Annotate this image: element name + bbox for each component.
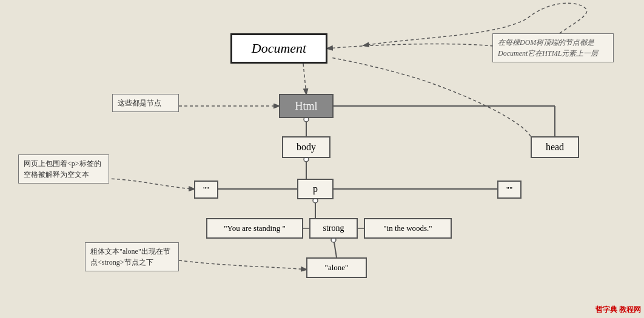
annotation-space: 网页上包围着<p>标签的空格被解释为空文本: [18, 154, 109, 184]
html-label: Html: [295, 100, 317, 113]
alone-node: "alone": [306, 257, 367, 278]
woods-label: "in the woods.": [383, 224, 432, 233]
annotation-nodes: 这些都是节点: [112, 94, 179, 112]
annotation-alone: 粗体文本"alone"出现在节点<strong>节点之下: [85, 242, 179, 271]
annotation-document-text: 在每棵DOM树顶端的节点都是Document它在HTML元素上一层: [498, 38, 598, 58]
quot1-node: "": [194, 181, 218, 199]
canvas: Document Html body head p "" "" "You are…: [0, 0, 644, 318]
p-label: p: [313, 184, 318, 194]
strong-label: strong: [323, 224, 344, 233]
quot2-label: "": [506, 185, 513, 194]
annotation-document: 在每棵DOM树顶端的节点都是Document它在HTML元素上一层: [492, 33, 614, 62]
watermark-text: 哲字典 教程网: [595, 305, 641, 314]
svg-line-15: [334, 239, 337, 257]
p-node: p: [297, 179, 334, 199]
annotation-nodes-text: 这些都是节点: [118, 99, 161, 107]
body-node: body: [282, 136, 330, 158]
alone-label: "alone": [325, 263, 349, 273]
head-node: head: [531, 136, 579, 158]
document-node: Document: [230, 33, 327, 64]
document-label: Document: [252, 41, 306, 56]
annotation-space-text: 网页上包围着<p>标签的空格被解释为空文本: [24, 159, 101, 179]
head-label: head: [546, 142, 564, 153]
quot2-node: "": [497, 181, 522, 199]
body-label: body: [297, 142, 316, 153]
you-node: "You are standing ": [206, 218, 303, 239]
annotation-alone-text: 粗体文本"alone"出现在节点<strong>节点之下: [90, 247, 170, 267]
html-node: Html: [279, 94, 334, 118]
strong-node: strong: [309, 218, 358, 239]
watermark: 哲字典 教程网: [595, 305, 641, 315]
you-label: "You are standing ": [224, 224, 285, 233]
quot1-label: "": [203, 185, 210, 194]
woods-node: "in the woods.": [364, 218, 452, 239]
